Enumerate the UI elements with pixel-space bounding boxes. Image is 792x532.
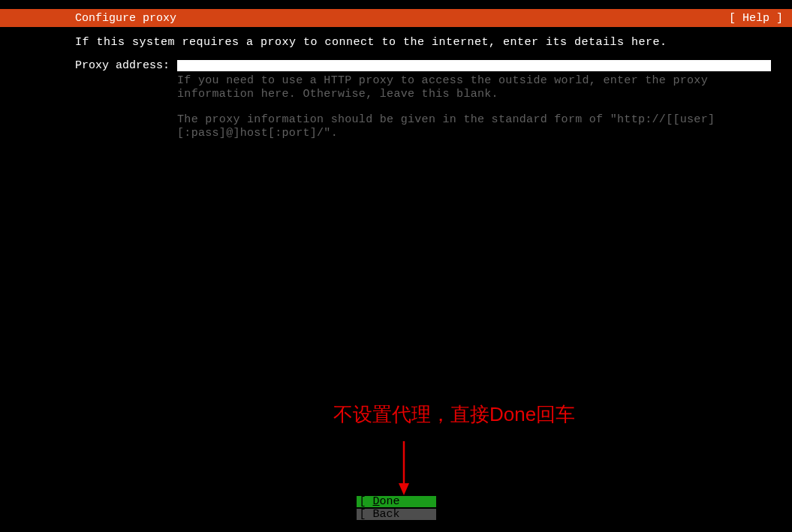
content-area: If this system requires a proxy to conne… [0,27,792,140]
done-button[interactable]: [ Done ] [357,496,436,507]
back-button[interactable]: [ Back ] [357,509,436,520]
proxy-address-input[interactable] [177,60,771,71]
annotation-text: 不设置代理，直接Done回车 [333,401,575,428]
proxy-help-text-1: If you need to use a HTTP proxy to acces… [177,74,771,101]
proxy-field-row: Proxy address: If you need to use a HTTP… [75,59,771,140]
intro-text: If this system requires a proxy to conne… [75,36,771,49]
arrow-down-icon [398,441,410,495]
svg-marker-1 [399,483,409,495]
done-hotkey: D [373,495,380,508]
proxy-help-text-2: The proxy information should be given in… [177,113,771,140]
proxy-label: Proxy address: [75,59,177,72]
page-title: Configure proxy [75,12,176,25]
footer-buttons: [ Done ] [ Back ] [0,495,792,521]
help-link[interactable]: [ Help ] [729,12,783,25]
header-bar: Configure proxy [ Help ] [0,9,792,27]
top-bar [0,0,792,9]
proxy-field-right: If you need to use a HTTP proxy to acces… [177,59,771,140]
